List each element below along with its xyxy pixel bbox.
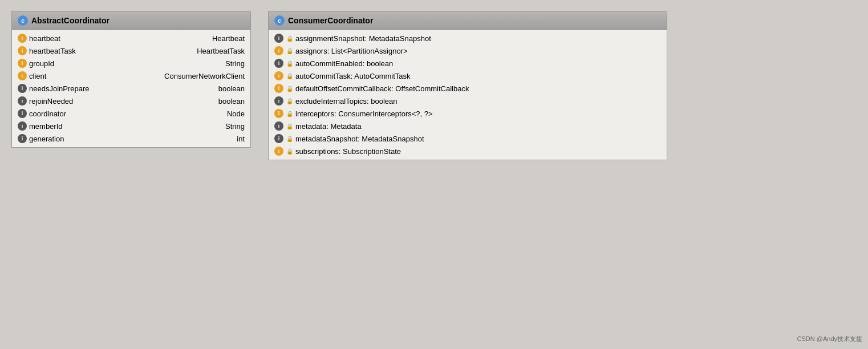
field-type: Heartbeat bbox=[212, 34, 245, 43]
field-full-name: subscriptions: SubscriptionState bbox=[295, 147, 401, 156]
field-icon: i bbox=[274, 71, 283, 80]
lock-icon: 🔒 bbox=[286, 72, 293, 80]
right-field-row: i🔒assignors: List<PartitionAssignor> bbox=[269, 44, 667, 57]
left-field-row: iclientConsumerNetworkClient bbox=[12, 70, 250, 82]
field-name: heartbeatTask bbox=[29, 47, 194, 55]
consumer-coordinator-body: i🔒assignmentSnapshot: MetadataSnapshoti🔒… bbox=[269, 30, 667, 160]
field-full-name: autoCommitEnabled: boolean bbox=[295, 59, 393, 68]
field-type: ConsumerNetworkClient bbox=[164, 72, 245, 80]
left-field-row: irejoinNeededboolean bbox=[12, 95, 250, 107]
field-icon: i bbox=[18, 46, 27, 55]
left-field-row: igenerationint bbox=[12, 132, 250, 145]
field-icon: i bbox=[274, 134, 283, 143]
field-icon: i bbox=[18, 109, 27, 118]
field-icon: i bbox=[18, 71, 27, 80]
field-icon: i bbox=[18, 121, 27, 131]
lock-icon: 🔒 bbox=[286, 35, 293, 42]
field-name: needsJoinPrepare bbox=[29, 84, 216, 93]
field-icon: i bbox=[274, 121, 283, 131]
lock-icon: 🔒 bbox=[286, 47, 293, 55]
field-type: String bbox=[225, 122, 245, 131]
field-icon: i bbox=[274, 147, 283, 156]
field-icon: i bbox=[18, 96, 27, 105]
abstract-coordinator-header: c AbstractCoordinator bbox=[12, 12, 250, 30]
consumer-coordinator-box: c ConsumerCoordinator i🔒assignmentSnapsh… bbox=[268, 11, 667, 160]
field-name: coordinator bbox=[29, 109, 225, 118]
left-field-row: ineedsJoinPrepareboolean bbox=[12, 82, 250, 95]
field-full-name: assignmentSnapshot: MetadataSnapshot bbox=[295, 34, 431, 43]
left-field-row: igroupIdString bbox=[12, 57, 250, 70]
right-field-row: i🔒metadataSnapshot: MetadataSnapshot bbox=[269, 132, 667, 145]
field-full-name: metadata: Metadata bbox=[295, 122, 362, 131]
field-icon: i bbox=[274, 59, 283, 68]
field-name: generation bbox=[29, 135, 234, 143]
left-field-row: imemberIdString bbox=[12, 120, 250, 132]
field-icon: i bbox=[274, 46, 283, 55]
right-field-row: i🔒autoCommitTask: AutoCommitTask bbox=[269, 70, 667, 82]
right-field-row: i🔒excludeInternalTopics: boolean bbox=[269, 95, 667, 107]
abstract-coordinator-box: c AbstractCoordinator iheartbeatHeartbea… bbox=[11, 11, 251, 148]
field-type: String bbox=[225, 59, 245, 68]
left-field-row: iheartbeatTaskHeartbeatTask bbox=[12, 44, 250, 57]
field-name: heartbeat bbox=[29, 34, 210, 43]
left-field-row: icoordinatorNode bbox=[12, 107, 250, 120]
right-field-row: i🔒subscriptions: SubscriptionState bbox=[269, 145, 667, 157]
lock-icon: 🔒 bbox=[286, 135, 293, 143]
lock-icon: 🔒 bbox=[286, 110, 293, 117]
right-field-row: i🔒metadata: Metadata bbox=[269, 120, 667, 132]
lock-icon: 🔒 bbox=[286, 123, 293, 130]
field-full-name: metadataSnapshot: MetadataSnapshot bbox=[295, 135, 424, 143]
field-type: HeartbeatTask bbox=[197, 47, 245, 55]
field-type: Node bbox=[227, 109, 245, 118]
lock-icon: 🔒 bbox=[286, 85, 293, 92]
field-full-name: defaultOffsetCommitCallback: OffsetCommi… bbox=[295, 84, 469, 93]
field-full-name: interceptors: ConsumerInterceptors<?, ?> bbox=[295, 109, 433, 118]
field-icon: i bbox=[274, 109, 283, 118]
left-field-row: iheartbeatHeartbeat bbox=[12, 32, 250, 44]
field-full-name: assignors: List<PartitionAssignor> bbox=[295, 47, 408, 55]
consumer-coordinator-header: c ConsumerCoordinator bbox=[269, 12, 667, 30]
field-icon: i bbox=[18, 34, 27, 43]
field-type: int bbox=[237, 135, 245, 143]
watermark: CSDN @Andy技术支援 bbox=[797, 335, 862, 343]
lock-icon: 🔒 bbox=[286, 60, 293, 67]
abstract-coordinator-title: AbstractCoordinator bbox=[31, 16, 109, 25]
consumer-coordinator-title: ConsumerCoordinator bbox=[288, 16, 373, 25]
right-field-row: i🔒autoCommitEnabled: boolean bbox=[269, 57, 667, 70]
class-icon-right: c bbox=[274, 15, 285, 26]
field-name: client bbox=[29, 72, 162, 80]
field-icon: i bbox=[274, 84, 283, 93]
field-name: memberId bbox=[29, 122, 223, 131]
right-field-row: i🔒interceptors: ConsumerInterceptors<?, … bbox=[269, 107, 667, 120]
abstract-coordinator-body: iheartbeatHeartbeatiheartbeatTaskHeartbe… bbox=[12, 30, 250, 147]
field-name: rejoinNeeded bbox=[29, 97, 216, 105]
lock-icon: 🔒 bbox=[286, 148, 293, 155]
lock-icon: 🔒 bbox=[286, 98, 293, 105]
field-type: boolean bbox=[218, 97, 245, 105]
field-icon: i bbox=[274, 34, 283, 43]
field-type: boolean bbox=[218, 84, 245, 93]
field-icon: i bbox=[18, 84, 27, 93]
field-name: groupId bbox=[29, 59, 223, 68]
field-full-name: autoCommitTask: AutoCommitTask bbox=[295, 72, 411, 80]
right-field-row: i🔒defaultOffsetCommitCallback: OffsetCom… bbox=[269, 82, 667, 95]
field-icon: i bbox=[18, 134, 27, 143]
class-icon-left: c bbox=[18, 15, 28, 26]
field-icon: i bbox=[274, 96, 283, 105]
field-icon: i bbox=[18, 59, 27, 68]
field-full-name: excludeInternalTopics: boolean bbox=[295, 97, 398, 105]
right-field-row: i🔒assignmentSnapshot: MetadataSnapshot bbox=[269, 32, 667, 44]
